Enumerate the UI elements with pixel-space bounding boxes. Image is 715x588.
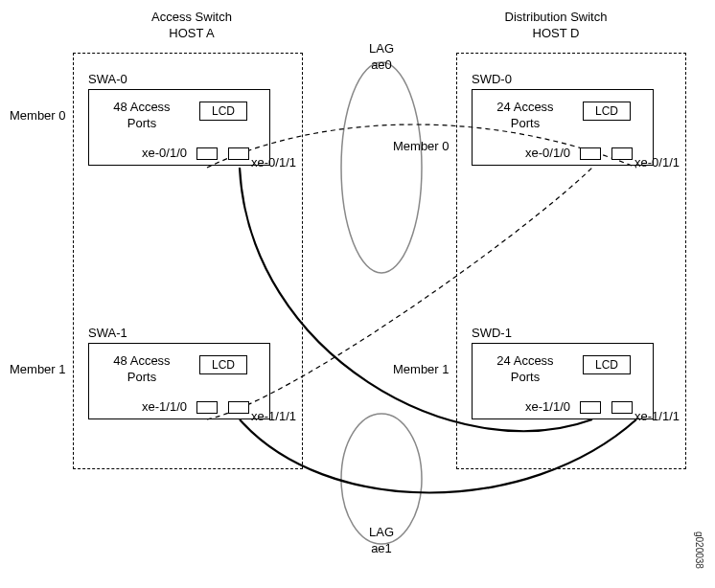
swd-0-port1 [611,147,633,160]
swa-1-port0-label: xe-1/1/0 [142,399,187,416]
swd-0-port0-label: xe-0/1/0 [525,146,570,162]
swa-1-port1-label: xe-1/1/1 [251,409,296,425]
swd-1-port0 [580,401,601,414]
member-1-label-left: Member 1 [10,362,66,378]
swd-1-name: SWD-1 [472,326,512,342]
swd-0-port0 [580,147,601,160]
swd-1-ports-label: 24 Access Ports [487,353,564,386]
title-line1: Access Switch [151,10,232,24]
swd-0-name: SWD-0 [472,72,512,88]
swd-1-switch: 24 Access Ports LCD xe-1/1/0 [472,343,654,419]
swa-0-port0-label: xe-0/1/0 [142,146,187,162]
swa-0-port0 [196,147,218,160]
swa-1-port0 [196,401,218,414]
swa-1-name: SWA-1 [88,326,127,342]
swd-0-ports-label: 24 Access Ports [487,100,564,132]
title-line1: Distribution Switch [505,10,608,24]
swd-0-switch: 24 Access Ports LCD xe-0/1/0 [472,89,654,166]
swd-0-port1-label: xe-0/1/1 [634,155,680,171]
lag-ae1-label: LAG ae1 [362,525,401,557]
swa-1-port1 [228,401,249,414]
lag-ae0-label: LAG ae0 [362,41,401,74]
swa-0-lcd: LCD [199,102,247,121]
title-line2: HOST A [169,26,214,40]
access-switch-title: Access Switch HOST A [96,10,288,42]
swa-0-port1-label: xe-0/1/1 [251,155,296,171]
swd-1-port1-label: xe-1/1/1 [634,409,680,425]
swd-1-lcd: LCD [583,355,631,374]
swa-0-switch: 48 Access Ports LCD xe-0/1/0 [88,89,270,166]
member-0-label-left: Member 0 [10,108,66,124]
swa-0-name: SWA-0 [88,72,127,88]
swd-1-port0-label: xe-1/1/0 [525,399,570,416]
member-1-label-right: Member 1 [393,362,450,378]
figure-id: g020038 [694,531,704,569]
swa-1-lcd: LCD [199,355,247,374]
swa-1-switch: 48 Access Ports LCD xe-1/1/0 [88,343,270,419]
swd-0-lcd: LCD [583,102,631,121]
member-0-label-right: Member 0 [393,139,450,155]
svg-point-0 [341,62,422,273]
swa-0-port1 [228,147,249,160]
title-line2: HOST D [533,26,580,40]
swd-1-port1 [611,401,633,414]
distribution-switch-title: Distribution Switch HOST D [460,10,652,42]
swa-0-ports-label: 48 Access Ports [104,100,180,132]
swa-1-ports-label: 48 Access Ports [104,353,180,386]
